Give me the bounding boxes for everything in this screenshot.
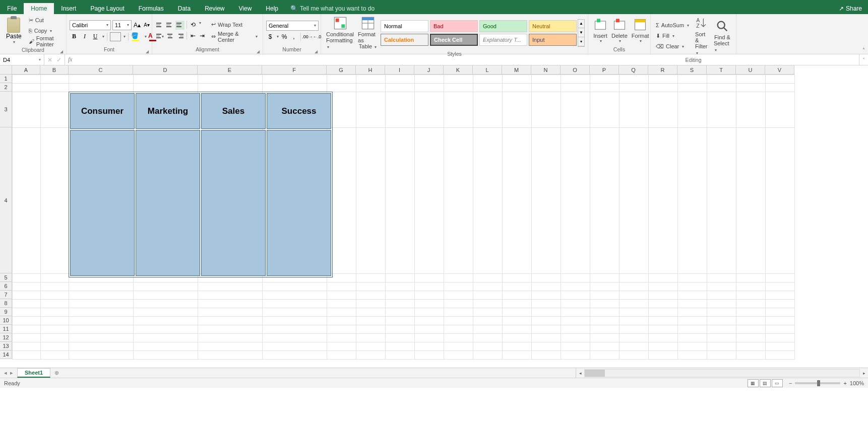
row-header[interactable]: 4 [0, 127, 12, 273]
cell[interactable] [766, 342, 795, 351]
cell[interactable] [415, 291, 444, 300]
column-header[interactable]: R [648, 65, 677, 75]
cell[interactable] [444, 92, 473, 128]
cell[interactable] [327, 308, 356, 317]
cell[interactable] [386, 325, 415, 334]
dialog-launcher-icon[interactable]: ◢ [59, 48, 64, 53]
cell[interactable] [415, 84, 444, 92]
cell[interactable] [532, 317, 561, 325]
cell[interactable] [619, 282, 649, 291]
cell[interactable] [41, 300, 69, 308]
cell[interactable] [356, 342, 386, 351]
cell[interactable] [69, 84, 134, 92]
cell[interactable] [386, 308, 415, 317]
cell[interactable] [13, 317, 41, 325]
cell[interactable] [707, 75, 736, 84]
cell[interactable] [13, 308, 41, 317]
zoom-level[interactable]: 100% [850, 380, 864, 386]
cell[interactable] [649, 282, 678, 291]
cell[interactable] [263, 317, 327, 325]
paste-button[interactable]: Paste ▾ [3, 17, 25, 45]
cell[interactable] [198, 317, 263, 325]
cell[interactable] [263, 342, 327, 351]
cell[interactable] [356, 84, 386, 92]
table-cell[interactable] [136, 130, 200, 276]
tab-review[interactable]: Review [198, 3, 231, 14]
cell[interactable] [41, 291, 69, 300]
format-painter-button[interactable]: 🖌Format Painter [27, 36, 63, 46]
cell[interactable] [532, 334, 561, 342]
cell[interactable] [415, 282, 444, 291]
row-header[interactable]: 12 [0, 333, 12, 342]
increase-indent-button[interactable]: ⇥ [198, 32, 206, 40]
cell[interactable] [649, 291, 678, 300]
cell[interactable] [444, 351, 473, 360]
cell[interactable] [532, 300, 561, 308]
format-as-table-button[interactable]: Format as Table ▾ [356, 15, 380, 50]
cell[interactable] [356, 351, 386, 360]
cell[interactable] [41, 351, 69, 360]
cell[interactable] [415, 300, 444, 308]
cell[interactable] [327, 291, 356, 300]
sort-filter-button[interactable]: AZSort &Filter ▾ [693, 15, 712, 56]
cell[interactable] [766, 128, 795, 274]
cell[interactable] [444, 325, 473, 334]
cell[interactable] [134, 334, 198, 342]
cell[interactable] [561, 84, 590, 92]
style-neutral[interactable]: Neutral [529, 20, 577, 32]
cell[interactable] [356, 75, 386, 84]
conditional-formatting-button[interactable]: Conditional Formatting ▾ [324, 15, 356, 50]
tell-me-search[interactable]: 🔍 Tell me what you want to do [290, 5, 375, 12]
cell[interactable] [134, 282, 198, 291]
orientation-button[interactable]: ⟲ [189, 21, 197, 29]
cell[interactable] [766, 300, 795, 308]
cell[interactable] [649, 128, 678, 274]
cell[interactable] [134, 317, 198, 325]
zoom-out-button[interactable]: − [789, 380, 792, 386]
cell[interactable] [473, 334, 503, 342]
name-box[interactable]: D4▾ [0, 54, 44, 65]
expand-formula-bar-button[interactable]: ˅ [859, 54, 868, 65]
cell[interactable] [736, 92, 766, 128]
column-header[interactable]: I [385, 65, 414, 75]
merge-center-button[interactable]: ⇔Merge & Center▾ [209, 32, 260, 42]
cell[interactable] [473, 128, 503, 274]
cell[interactable] [590, 274, 619, 282]
row-header[interactable]: 14 [0, 350, 12, 359]
cell[interactable] [69, 75, 134, 84]
fill-color-button[interactable]: 🪣 [131, 32, 142, 41]
cell[interactable] [327, 334, 356, 342]
cell[interactable] [444, 291, 473, 300]
cell[interactable] [41, 308, 69, 317]
cell[interactable] [707, 300, 736, 308]
cell[interactable] [532, 291, 561, 300]
cell[interactable] [532, 84, 561, 92]
cell[interactable] [707, 334, 736, 342]
cell[interactable] [503, 84, 532, 92]
cell[interactable] [13, 92, 41, 128]
cell[interactable] [356, 308, 386, 317]
cell[interactable] [415, 334, 444, 342]
cell[interactable] [13, 300, 41, 308]
cell[interactable] [356, 274, 386, 282]
row-header[interactable]: 11 [0, 325, 12, 333]
chevron-down-icon[interactable]: ▾ [123, 34, 126, 39]
cell[interactable] [649, 300, 678, 308]
cell[interactable] [707, 282, 736, 291]
cell[interactable] [356, 291, 386, 300]
cell[interactable] [649, 75, 678, 84]
cell[interactable] [503, 351, 532, 360]
column-header[interactable]: C [69, 65, 133, 75]
column-header[interactable]: E [198, 65, 262, 75]
align-left-button[interactable] [155, 32, 164, 41]
row-header[interactable]: 5 [0, 273, 12, 282]
decrease-decimal-button[interactable]: ←.0 [313, 33, 321, 41]
select-all-corner[interactable] [0, 65, 12, 75]
cell[interactable] [619, 291, 649, 300]
comma-button[interactable]: , [290, 33, 298, 41]
cell[interactable] [69, 300, 134, 308]
bold-button[interactable]: B [70, 32, 79, 41]
cell[interactable] [707, 92, 736, 128]
cell[interactable] [386, 342, 415, 351]
cell[interactable] [327, 325, 356, 334]
